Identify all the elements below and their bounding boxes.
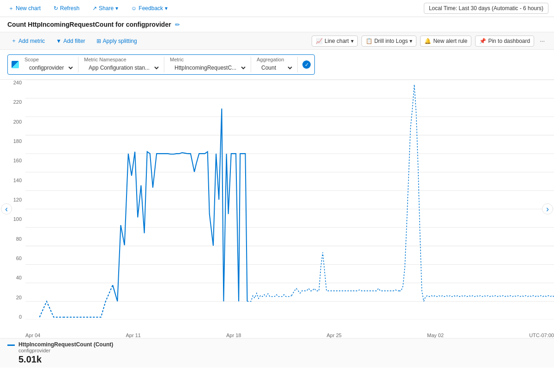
splitting-icon: ⊞ (96, 38, 101, 44)
chart-nav-right[interactable]: › (542, 203, 553, 214)
chart-nav-left[interactable]: ‹ (1, 203, 12, 214)
add-metric-icon: ＋ (11, 37, 17, 45)
new-chart-button[interactable]: ＋ New chart (6, 3, 43, 14)
refresh-icon: ↻ (54, 5, 58, 12)
y-label-140: 140 (13, 178, 22, 183)
apply-splitting-button[interactable]: ⊞ Apply splitting (93, 36, 141, 46)
refresh-button[interactable]: ↻ Refresh (51, 4, 82, 13)
metric-select[interactable]: HttpIncomingRequestC... (170, 63, 247, 72)
y-label-40: 40 (16, 275, 22, 280)
page-title-bar: Count HttpIncomingRequestCount for confi… (0, 17, 554, 32)
y-label-240: 240 (13, 80, 22, 85)
top-bar: ＋ New chart ↻ Refresh ↗ Share ▾ ☺ Feedba… (0, 0, 554, 17)
feedback-chevron-icon: ▾ (165, 5, 168, 12)
legend-item: HttpIncomingRequestCount (Count) configp… (7, 341, 547, 365)
new-alert-rule-button[interactable]: 🔔 New alert rule (420, 36, 471, 47)
top-bar-left: ＋ New chart ↻ Refresh ↗ Share ▾ ☺ Feedba… (6, 3, 416, 14)
x-label-timezone: UTC-07:00 (529, 333, 554, 338)
share-button[interactable]: ↗ Share ▾ (90, 4, 121, 13)
edit-icon[interactable]: ✏ (175, 21, 180, 28)
feedback-icon: ☺ (131, 5, 137, 12)
y-axis: 240 220 200 180 160 140 120 100 80 60 40… (0, 80, 25, 320)
y-label-80: 80 (16, 236, 22, 242)
y-label-120: 120 (13, 197, 22, 202)
x-label-apr18: Apr 18 (226, 333, 241, 338)
y-label-0: 0 (19, 314, 22, 320)
logs-icon: 📋 (366, 38, 373, 44)
x-label-may02: May 02 (427, 333, 444, 338)
chart-area: ‹ 240 220 200 180 160 140 120 100 80 60 … (0, 80, 554, 338)
metric-filter-box: Scope configprovider Metric Namespace Ap… (7, 54, 315, 75)
legend-title: HttpIncomingRequestCount (Count) (18, 341, 113, 348)
line-chart-button[interactable]: 📈 Line chart ▾ (312, 36, 358, 47)
pin-icon: 📌 (479, 38, 486, 44)
scope-filter: Scope configprovider (21, 57, 78, 72)
share-chevron-icon: ▾ (115, 5, 118, 12)
scope-label: Scope (24, 57, 74, 62)
aggregation-select[interactable]: Count (257, 63, 294, 72)
add-filter-button[interactable]: ▼ Add filter (52, 36, 89, 46)
namespace-select[interactable]: App Configuration stan... (84, 63, 160, 72)
logs-chevron-icon: ▾ (409, 38, 412, 44)
filter-icon: ▼ (56, 38, 61, 44)
namespace-filter: Metric Namespace App Configuration stan.… (80, 57, 164, 72)
more-options-button[interactable]: ··· (538, 36, 547, 46)
metric-filter: Metric HttpIncomingRequestC... (166, 57, 251, 72)
y-label-180: 180 (13, 138, 22, 144)
chart-container: 240 220 200 180 160 140 120 100 80 60 40… (0, 80, 554, 338)
y-label-20: 20 (16, 295, 22, 300)
y-label-100: 100 (13, 216, 22, 222)
chart-toolbar: ＋ Add metric ▼ Add filter ⊞ Apply splitt… (0, 32, 554, 50)
metric-label: Metric (170, 57, 247, 62)
plus-icon: ＋ (8, 5, 14, 12)
namespace-label: Metric Namespace (84, 57, 160, 62)
toolbar-right: 📈 Line chart ▾ 📋 Drill into Logs ▾ 🔔 New… (312, 36, 547, 47)
pin-to-dashboard-button[interactable]: 📌 Pin to dashboard (475, 36, 534, 47)
legend-value: 5.01k (18, 354, 113, 365)
filter-row: Scope configprovider Metric Namespace Ap… (0, 50, 554, 80)
line-chart-chevron-icon: ▾ (351, 38, 354, 44)
chart-svg (25, 80, 554, 320)
x-axis: Apr 04 Apr 11 Apr 18 Apr 25 May 02 UTC-0… (25, 331, 554, 338)
line-chart-icon: 📈 (316, 38, 323, 44)
share-icon: ↗ (92, 5, 97, 12)
x-label-apr11: Apr 11 (126, 333, 141, 338)
drill-into-logs-button[interactable]: 📋 Drill into Logs ▾ (361, 36, 417, 47)
filter-check-icon: ✓ (302, 60, 311, 69)
y-label-60: 60 (16, 255, 22, 261)
aggregation-label: Aggregation (257, 57, 294, 62)
feedback-button[interactable]: ☺ Feedback ▾ (128, 4, 170, 13)
alert-icon: 🔔 (424, 38, 431, 44)
time-range-button[interactable]: Local Time: Last 30 days (Automatic - 6 … (424, 3, 548, 14)
add-metric-button[interactable]: ＋ Add metric (7, 35, 48, 47)
y-label-220: 220 (13, 99, 22, 105)
legend-color-swatch (7, 344, 15, 346)
resource-icon (12, 61, 19, 68)
x-label-apr04: Apr 04 (25, 333, 40, 338)
aggregation-filter: Aggregation Count (253, 57, 298, 72)
toolbar-left: ＋ Add metric ▼ Add filter ⊞ Apply splitt… (7, 35, 141, 47)
top-bar-right: Local Time: Last 30 days (Automatic - 6 … (424, 3, 548, 14)
y-label-200: 200 (13, 119, 22, 125)
y-label-160: 160 (13, 158, 22, 163)
scope-select[interactable]: configprovider (24, 63, 74, 72)
chart-legend: HttpIncomingRequestCount (Count) configp… (0, 338, 554, 368)
legend-subtitle: configprovider (18, 348, 113, 353)
page-title: Count HttpIncomingRequestCount for confi… (7, 21, 171, 28)
legend-text-group: HttpIncomingRequestCount (Count) configp… (18, 341, 113, 365)
x-label-apr25: Apr 25 (327, 333, 342, 338)
